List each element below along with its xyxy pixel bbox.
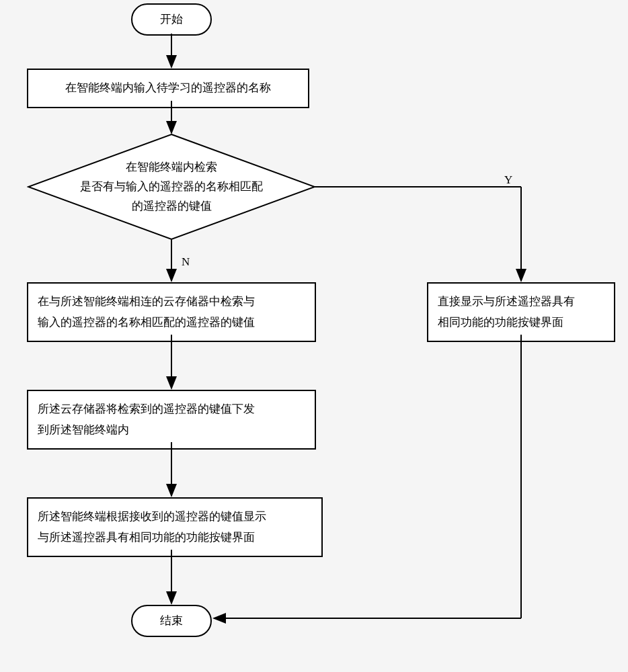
- decision-search-terminal: 在智能终端内检索 是否有与输入的遥控器的名称相匹配 的遥控器的键值: [27, 133, 316, 241]
- process-yes-display: 直接显示与所述遥控器具有 相同功能的功能按键界面: [427, 282, 615, 342]
- process-dispatch: 所述云存储器将检索到的遥控器的键值下发 到所述智能终端内: [27, 390, 316, 450]
- decision-text: 在智能终端内检索 是否有与输入的遥控器的名称相匹配 的遥控器的键值: [27, 158, 316, 216]
- end-terminator: 结束: [131, 605, 212, 637]
- start-label: 开始: [160, 13, 183, 26]
- decision-line1: 在智能终端内检索: [61, 158, 282, 177]
- display-line1: 所述智能终端根据接收到的遥控器的键值显示: [38, 507, 312, 528]
- process-input-name-text: 在智能终端内输入待学习的遥控器的名称: [65, 81, 271, 94]
- process-cloud-retrieve: 在与所述智能终端相连的云存储器中检索与 输入的遥控器的名称相匹配的遥控器的键值: [27, 282, 316, 342]
- display-line2: 与所述遥控器具有相同功能的功能按键界面: [38, 528, 312, 548]
- label-yes: Y: [504, 173, 512, 187]
- dispatch-line1: 所述云存储器将检索到的遥控器的键值下发: [38, 399, 305, 420]
- process-display: 所述智能终端根据接收到的遥控器的键值显示 与所述遥控器具有相同功能的功能按键界面: [27, 497, 323, 557]
- cloud-retrieve-line1: 在与所述智能终端相连的云存储器中检索与: [38, 292, 305, 312]
- end-label: 结束: [160, 614, 183, 627]
- process-input-name: 在智能终端内输入待学习的遥控器的名称: [27, 69, 309, 108]
- start-terminator: 开始: [131, 3, 212, 36]
- label-no: N: [182, 255, 190, 269]
- yes-branch-line1: 直接显示与所述遥控器具有: [438, 292, 604, 312]
- dispatch-line2: 到所述智能终端内: [38, 420, 305, 441]
- cloud-retrieve-line2: 输入的遥控器的名称相匹配的遥控器的键值: [38, 312, 305, 333]
- decision-line3: 的遥控器的键值: [61, 196, 282, 216]
- decision-line2: 是否有与输入的遥控器的名称相匹配: [61, 177, 282, 197]
- yes-branch-line2: 相同功能的功能按键界面: [438, 312, 604, 333]
